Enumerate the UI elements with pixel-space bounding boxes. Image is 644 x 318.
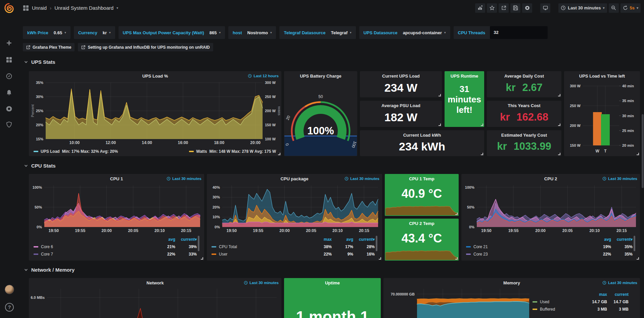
add-panel-button[interactable]: [475, 3, 485, 13]
svg-text:20:00: 20:00: [250, 140, 261, 145]
link-label: Grafana Plex Theme: [33, 45, 71, 50]
variable-value[interactable]: 0.65: [54, 30, 62, 35]
star-dashboard-button[interactable]: [487, 3, 497, 13]
legend-column-header[interactable]: current▾: [353, 237, 375, 242]
dashboards-icon[interactable]: [6, 56, 12, 63]
svg-text:25 min: 25 min: [622, 129, 634, 133]
variable-ups-datasource[interactable]: UPS Datasource apcupsd-container ▾: [359, 26, 450, 39]
row-header-cpu-stats[interactable]: CPU Stats: [24, 163, 56, 169]
dashboard-settings-button[interactable]: [522, 3, 532, 13]
grafana-logo-icon[interactable]: [4, 3, 14, 13]
panel-title[interactable]: Memory: [383, 280, 640, 285]
chevron-down-icon: [24, 268, 28, 272]
panel-title[interactable]: Current Load kWh: [360, 133, 484, 138]
legend-row[interactable]: Core 621%39%: [34, 243, 197, 251]
legend-row[interactable]: User22%9%16%: [212, 251, 375, 258]
variable-ups-max-output[interactable]: UPS Max Output Power Capacity (Watt) 865…: [119, 26, 225, 39]
legend-row[interactable]: Core 2322%35%: [466, 251, 633, 258]
panel-title[interactable]: Average Daily Cost: [487, 74, 561, 79]
panel-title[interactable]: Uptime: [284, 280, 381, 285]
cycle-view-mode-button[interactable]: [540, 3, 550, 13]
configuration-gear-icon[interactable]: [6, 105, 12, 112]
panel-ups-load-vs-time-left: UPS Load vs Time left 300 W250 W200 W150…: [564, 71, 640, 156]
panel-cpu2-temp: CPU 2 Temp 43.4 °C: [385, 219, 459, 261]
legend-row[interactable]: Core 722%33%: [34, 251, 197, 258]
time-override-label: Last 30 minutes: [172, 177, 201, 181]
ups-bars-chart: 300 W250 W200 W150 W40 min35 min30 min25…: [565, 79, 639, 155]
variable-value[interactable]: Nostromo: [247, 30, 268, 35]
share-dashboard-button[interactable]: [499, 3, 509, 13]
panel-title[interactable]: CPU 1 Temp: [385, 176, 459, 181]
legend-swatch: [533, 301, 537, 303]
legend-column-header[interactable]: current▾: [175, 237, 197, 242]
cpu-threads-input[interactable]: 32: [490, 26, 548, 39]
breadcrumb-dashboard-title[interactable]: Unraid System Dashboard: [54, 5, 113, 11]
legend-column-header[interactable]: current▾: [611, 237, 633, 242]
breadcrumb-separator: ›: [50, 5, 51, 11]
svg-text:6.0 MBs: 6.0 MBs: [31, 296, 45, 300]
dashboard-dropdown-caret[interactable]: ▾: [117, 6, 118, 10]
variable-kwh-price[interactable]: kWh Price 0.65 ▾: [23, 26, 71, 39]
row-header-network-memory[interactable]: Network / Memory: [24, 267, 75, 273]
svg-text:0%: 0%: [215, 225, 220, 229]
legend-column-header[interactable]: avg: [332, 237, 353, 242]
panel-title[interactable]: UPS Runtime: [445, 74, 484, 79]
panel-title[interactable]: UPS Load %: [29, 74, 281, 79]
panel-title[interactable]: CPU 2 Temp: [385, 221, 459, 226]
panel-title[interactable]: UPS Battery Charge: [284, 74, 357, 79]
variable-value[interactable]: Telegraf: [331, 30, 348, 35]
time-range-caret: ▾: [603, 6, 604, 10]
zoom-out-time-button[interactable]: [609, 3, 619, 13]
breadcrumb-folder[interactable]: Unraid: [32, 5, 47, 11]
zoom-out-icon: [611, 5, 616, 10]
top-navbar: Unraid › Unraid System Dashboard ▾ Last …: [18, 0, 644, 16]
svg-text:50%: 50%: [467, 205, 474, 209]
legend-column-header[interactable]: max: [310, 237, 332, 242]
legend-column-header[interactable]: max: [586, 292, 607, 297]
legend-row[interactable]: Used14.7 GB14.7 GB: [533, 298, 629, 306]
legend-column-header[interactable]: avg: [154, 237, 175, 242]
legend-item[interactable]: UPS Load Min: 17% Max: 32% Avg: 20%: [34, 149, 118, 154]
legend-column-header[interactable]: current: [607, 292, 629, 297]
panel-title[interactable]: This Years Cost: [487, 103, 561, 108]
panel-title[interactable]: Current UPS Load: [360, 74, 442, 79]
svg-text:40 min: 40 min: [622, 84, 634, 88]
server-admin-shield-icon[interactable]: [6, 121, 12, 128]
create-plus-icon[interactable]: [6, 40, 12, 46]
panel-title[interactable]: Average PSU Load: [360, 103, 442, 108]
svg-text:20:15: 20:15: [181, 228, 191, 233]
panel-cpu1-graph: CPU 1 Last 30 minutes 19:5019:5520:0020:…: [29, 174, 204, 261]
time-range-override: Last 30 minutes: [602, 177, 637, 181]
svg-text:Watts: Watts: [277, 106, 280, 116]
time-range-picker[interactable]: Last 30 minutes ▾: [558, 3, 607, 13]
panel-title[interactable]: UPS Load vs Time left: [564, 74, 640, 79]
svg-text:150 W: 150 W: [570, 143, 581, 147]
row-header-ups-stats[interactable]: UPS Stats: [24, 59, 55, 65]
page-scrollbar[interactable]: [642, 114, 644, 188]
save-dashboard-button[interactable]: [510, 3, 520, 13]
variable-label: CPU Threads: [458, 30, 486, 35]
variable-value[interactable]: apcupsd-container: [403, 30, 442, 35]
legend-row[interactable]: Core 2119%35%: [466, 243, 633, 251]
legend-row[interactable]: CPU Total38%17%28%: [212, 243, 375, 251]
variable-value[interactable]: kr: [103, 30, 107, 35]
variable-host[interactable]: host Nostromo ▾: [228, 26, 276, 39]
variable-value[interactable]: 865: [210, 30, 217, 35]
legend-item[interactable]: Watts Min: 148 W Max: 278 W Avg: 175 W: [189, 149, 276, 154]
variable-label: UPS Datasource: [364, 30, 398, 35]
refresh-picker[interactable]: 5s ▾: [620, 3, 641, 13]
explore-compass-icon[interactable]: [6, 73, 12, 80]
panel-memory-graph: Memory Last 30 minutes 70.000000 GB60.00…: [383, 278, 640, 318]
variable-currency[interactable]: Currency kr ▾: [74, 26, 115, 39]
legend-column-header[interactable]: avg: [590, 237, 611, 242]
user-avatar[interactable]: [5, 285, 14, 294]
cpu1-chart: 19:5019:5520:0020:0520:1020:15100%50%0%: [30, 183, 203, 234]
panel-title[interactable]: Estimated Yearly Cost: [487, 133, 561, 138]
help-icon[interactable]: ?: [5, 303, 14, 312]
legend-row[interactable]: Buffered3 MB3 MB: [533, 306, 629, 313]
legend-swatch: [212, 246, 216, 247]
variable-telegraf-datasource[interactable]: Telegraf Datasource Telegraf ▾: [279, 26, 356, 39]
link-ups-monitoring-guide[interactable]: Setting up Grafana and InfluxDB for UPS …: [78, 43, 213, 51]
link-grafana-plex-theme[interactable]: Grafana Plex Theme: [23, 43, 75, 51]
alerting-bell-icon[interactable]: [6, 89, 12, 96]
